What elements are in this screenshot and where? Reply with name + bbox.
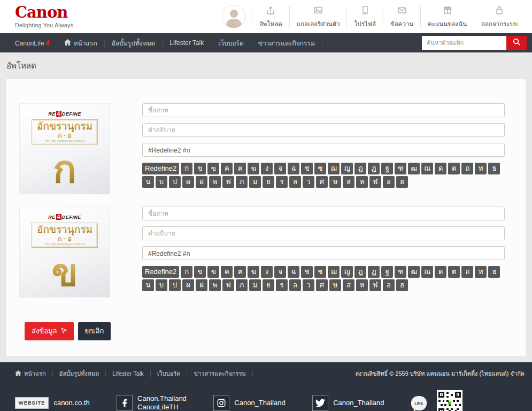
tag-option-button[interactable]: ฉ (288, 163, 299, 174)
tag-option-button[interactable]: ป (169, 176, 181, 188)
tag-option-button[interactable]: ร (276, 279, 288, 291)
nav-item-lifester-talk[interactable]: Lifester Talk (169, 39, 204, 47)
tag-option-button[interactable]: ง (261, 163, 273, 174)
tag-option-button[interactable]: ม (249, 176, 261, 188)
tag-option-button[interactable]: ฐ (381, 266, 393, 278)
tag-option-button[interactable]: ฏ (368, 266, 380, 278)
tag-option-button[interactable]: ห (356, 279, 368, 291)
tags-input[interactable] (142, 246, 505, 260)
social-facebook[interactable]: Canon.Thailand CanonLifeTH (117, 394, 187, 411)
description-input[interactable] (142, 226, 505, 240)
tag-option-button[interactable]: ย (263, 176, 274, 188)
tag-option-button[interactable]: ษ (329, 176, 341, 188)
tag-option-button[interactable]: อ (383, 279, 395, 291)
tag-option-button[interactable]: บ (156, 176, 167, 188)
tag-option-button[interactable]: ฎ (354, 163, 366, 174)
tag-option-button[interactable]: ร (276, 176, 288, 188)
tag-option-button[interactable]: ฌ (328, 266, 340, 278)
tag-option-button[interactable]: Redefine2 (142, 163, 179, 174)
tag-option-button[interactable]: ณ (421, 163, 433, 174)
tag-option-button[interactable]: ผ (182, 176, 194, 188)
tag-option-button[interactable]: ต (448, 266, 460, 278)
tag-option-button[interactable]: ฎ (354, 266, 366, 278)
tag-option-button[interactable]: ว (303, 279, 314, 291)
tag-option-button[interactable]: ญ (341, 266, 353, 278)
menu-messages[interactable]: ข้อความ (383, 5, 420, 29)
tag-option-button[interactable]: ธ (488, 163, 500, 174)
nav-item-albums[interactable]: อัลบั้มรูปทั้งหมด (112, 38, 156, 48)
tag-option-button[interactable]: ท (475, 163, 487, 174)
tag-option-button[interactable]: ท (475, 266, 487, 278)
tag-option-button[interactable]: จ (274, 266, 286, 278)
tag-option-button[interactable]: พ (209, 176, 221, 188)
tag-option-button[interactable]: ข (194, 163, 206, 174)
footer-nav-webboard[interactable]: เว็บบอร์ด (157, 369, 181, 378)
tag-option-button[interactable]: ช (301, 266, 313, 278)
tag-option-button[interactable]: ล (289, 176, 301, 188)
tag-option-button[interactable]: อ (383, 176, 395, 188)
tag-option-button[interactable]: จ (274, 163, 286, 174)
tag-option-button[interactable]: ช (301, 163, 313, 174)
tag-option-button[interactable]: ถ (461, 266, 473, 278)
tag-option-button[interactable]: ฌ (328, 163, 340, 174)
tag-option-button[interactable]: ฃ (207, 266, 219, 278)
tag-option-button[interactable]: ธ (488, 266, 500, 278)
social-instagram[interactable]: Canon_Thailand (213, 395, 285, 411)
cancel-button[interactable]: ยกเลิก (78, 322, 111, 340)
user-avatar[interactable] (222, 5, 245, 28)
tag-option-button[interactable]: ฟ (222, 279, 234, 291)
tag-search-input[interactable] (422, 36, 506, 50)
menu-logout[interactable]: ออกจากระบบ (474, 5, 525, 29)
tag-option-button[interactable]: Redefine2 (142, 266, 179, 278)
tag-option-button[interactable]: ภ (236, 279, 248, 291)
upload-thumbnail-2[interactable]: RE4DEFINE อักขรานุกรม ก - ฮ The Thai Alp… (19, 207, 110, 298)
tag-option-button[interactable]: ฐ (381, 163, 393, 174)
tag-option-button[interactable]: ฏ (368, 163, 380, 174)
tag-option-button[interactable]: พ (209, 279, 221, 291)
canon-logo[interactable]: Canon Delighting You Always (15, 5, 73, 28)
tags-input[interactable] (142, 143, 505, 157)
tag-option-button[interactable]: ด (435, 266, 446, 278)
image-name-input[interactable] (142, 207, 505, 220)
menu-upload[interactable]: อัพโหลด (252, 5, 289, 29)
social-line[interactable]: LINE (411, 390, 462, 411)
tag-option-button[interactable]: น (142, 176, 154, 188)
tag-option-button[interactable]: ษ (329, 279, 341, 291)
tag-option-button[interactable]: ฝ (196, 279, 207, 291)
tag-option-button[interactable]: ล (289, 279, 301, 291)
nav-item-news[interactable]: ข่าวสารและกิจกรรม (258, 38, 315, 48)
tag-option-button[interactable]: ฮ (396, 279, 408, 291)
tag-option-button[interactable]: ง (261, 266, 273, 278)
tag-option-button[interactable]: ฮ (396, 176, 408, 188)
tag-option-button[interactable]: ฑ (395, 163, 406, 174)
tag-option-button[interactable]: ณ (421, 266, 433, 278)
tag-option-button[interactable]: ฃ (207, 163, 219, 174)
tag-option-button[interactable]: ฅ (234, 163, 246, 174)
tag-option-button[interactable]: บ (156, 279, 167, 291)
tag-option-button[interactable]: ฬ (369, 176, 381, 188)
navbar-brand-canonlife[interactable]: CanonLife 4 (15, 39, 50, 47)
tag-option-button[interactable]: ก (181, 163, 192, 174)
tag-option-button[interactable]: ค (221, 163, 233, 174)
tag-option-button[interactable]: ฆ (248, 266, 259, 278)
tag-option-button[interactable]: ซ (314, 266, 326, 278)
tag-option-button[interactable]: ห (356, 176, 368, 188)
footer-nav-home[interactable]: หน้าแรก (15, 369, 46, 378)
tag-option-button[interactable]: ค (221, 266, 233, 278)
tag-option-button[interactable]: ด (435, 163, 446, 174)
tag-option-button[interactable]: ฬ (369, 279, 381, 291)
tag-option-button[interactable]: ฆ (248, 163, 259, 174)
tag-option-button[interactable]: ศ (316, 176, 328, 188)
tag-option-button[interactable]: ข (194, 266, 206, 278)
social-twitter[interactable]: Canon_Thailand (312, 395, 384, 411)
tag-option-button[interactable]: ถ (461, 163, 473, 174)
menu-profile[interactable]: โปรไฟล์ (347, 5, 383, 29)
tag-option-button[interactable]: ฉ (288, 266, 299, 278)
tag-option-button[interactable]: ซ (314, 163, 326, 174)
tag-option-button[interactable]: ญ (341, 163, 353, 174)
tag-option-button[interactable]: ม (249, 279, 261, 291)
menu-gallery[interactable]: แกลเลอริส่วนตัว (290, 5, 347, 29)
tag-option-button[interactable]: ต (448, 163, 460, 174)
footer-nav-news[interactable]: ข่าวสารและกิจกรรม (194, 369, 245, 378)
nav-item-webboard[interactable]: เว็บบอร์ด (218, 38, 244, 48)
